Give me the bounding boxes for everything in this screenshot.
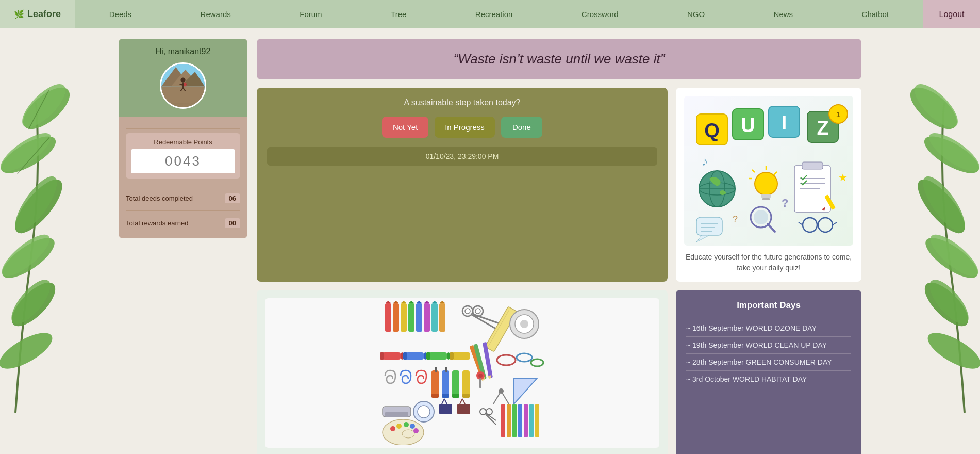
done-button[interactable]: Done <box>501 117 542 138</box>
nav-item-news[interactable]: News <box>770 8 798 21</box>
svg-text:U: U <box>741 115 755 136</box>
svg-text:1: 1 <box>836 110 840 119</box>
svg-rect-129 <box>435 367 437 372</box>
svg-rect-51 <box>762 198 770 200</box>
quiz-card[interactable]: Q U I Z 1 <box>676 88 861 282</box>
nav-item-crossword[interactable]: Crossword <box>577 8 623 21</box>
svg-line-141 <box>501 391 509 404</box>
stat-rewards-label: Total rewards earned <box>126 219 188 227</box>
logout-button[interactable]: Logout <box>923 0 980 28</box>
svg-rect-110 <box>406 352 424 360</box>
svg-rect-84 <box>401 303 407 332</box>
svg-rect-80 <box>385 303 391 332</box>
svg-rect-152 <box>457 404 470 414</box>
svg-point-76 <box>818 218 833 232</box>
svg-rect-28 <box>161 86 205 103</box>
stat-deeds-label: Total deeds completed <box>126 194 193 202</box>
svg-rect-162 <box>518 404 522 437</box>
quiz-description: Educate yourself for the future generati… <box>684 252 853 273</box>
svg-marker-95 <box>439 301 445 303</box>
svg-rect-127 <box>431 370 439 396</box>
svg-marker-144 <box>514 378 537 404</box>
svg-line-64 <box>768 224 775 232</box>
logo-icon: 🌿 <box>14 9 24 19</box>
nav-item-ngo[interactable]: NGO <box>683 8 709 21</box>
quiz-illustration: Q U I Z 1 <box>684 96 853 246</box>
svg-point-75 <box>803 218 817 232</box>
svg-rect-107 <box>383 352 401 360</box>
nav-item-forum[interactable]: Forum <box>295 8 326 21</box>
svg-line-53 <box>774 172 777 175</box>
svg-point-156 <box>486 409 492 415</box>
svg-marker-85 <box>401 301 407 303</box>
important-day-3: ~ 3rd October WORLD HABITAT DAY <box>686 371 851 387</box>
header: 🌿 Leafore Deeds Rewards Forum Tree Recre… <box>0 0 980 28</box>
logo[interactable]: 🌿 Leafore <box>0 0 75 28</box>
svg-rect-88 <box>416 303 422 332</box>
stat-deeds-value: 06 <box>225 193 240 203</box>
svg-rect-134 <box>452 394 459 398</box>
profile-card: Hi, manikant92 <box>119 39 247 238</box>
svg-rect-146 <box>385 412 408 417</box>
svg-point-171 <box>410 424 415 429</box>
main-content: Hi, manikant92 <box>0 28 980 454</box>
svg-line-142 <box>493 391 501 404</box>
svg-rect-163 <box>524 404 528 437</box>
svg-point-172 <box>413 428 419 433</box>
logo-text: Leafore <box>27 9 61 20</box>
navigation: Deeds Rewards Forum Tree Recreation Cros… <box>75 0 923 28</box>
svg-marker-71 <box>696 235 709 242</box>
profile-username[interactable]: Hi, manikant92 <box>127 47 239 56</box>
svg-rect-34 <box>184 83 187 86</box>
svg-point-138 <box>478 374 483 378</box>
svg-rect-161 <box>512 404 517 437</box>
svg-point-49 <box>755 172 777 195</box>
svg-line-153 <box>460 399 462 404</box>
svg-rect-90 <box>424 303 430 332</box>
svg-marker-93 <box>431 301 438 303</box>
svg-point-99 <box>475 309 480 314</box>
svg-marker-89 <box>416 301 422 303</box>
svg-point-126 <box>531 359 543 366</box>
nav-item-recreation[interactable]: Recreation <box>471 8 517 21</box>
important-days-card: Important Days ~ 16th September WORLD OZ… <box>676 290 861 454</box>
svg-rect-128 <box>431 394 439 398</box>
svg-text:★: ★ <box>838 172 848 183</box>
svg-rect-165 <box>535 404 539 437</box>
stat-row-rewards: Total rewards earned 00 <box>126 215 240 231</box>
svg-line-154 <box>462 399 465 404</box>
svg-point-124 <box>497 355 516 365</box>
svg-rect-133 <box>452 370 459 396</box>
svg-rect-94 <box>439 303 445 332</box>
svg-rect-131 <box>442 394 449 398</box>
nav-item-chatbot[interactable]: Chatbot <box>858 8 893 21</box>
svg-marker-87 <box>408 301 414 303</box>
nav-item-rewards[interactable]: Rewards <box>196 8 235 21</box>
important-days-title: Important Days <box>686 300 851 311</box>
step-buttons: Not Yet In Progress Done <box>267 117 657 138</box>
svg-rect-113 <box>429 352 447 360</box>
svg-text:Z: Z <box>817 117 828 139</box>
svg-text:?: ? <box>733 214 738 224</box>
svg-rect-86 <box>408 303 414 332</box>
profile-panel: Hi, manikant92 <box>119 39 247 454</box>
forum-card[interactable]: Discuss your ideas with your friends, sh… <box>257 290 668 454</box>
svg-line-151 <box>444 399 447 404</box>
not-yet-button[interactable]: Not Yet <box>382 117 428 138</box>
step-question: A sustainable step taken today? <box>267 98 657 107</box>
svg-point-125 <box>517 353 532 362</box>
svg-marker-81 <box>385 301 391 303</box>
svg-text:Q: Q <box>704 120 720 141</box>
divider-2 <box>126 186 240 186</box>
svg-rect-149 <box>439 404 452 414</box>
svg-rect-116 <box>452 352 470 360</box>
points-value: 0043 <box>131 149 235 173</box>
in-progress-button[interactable]: In Progress <box>435 117 495 138</box>
nav-item-tree[interactable]: Tree <box>387 8 410 21</box>
svg-rect-159 <box>501 404 505 437</box>
svg-point-169 <box>396 424 402 429</box>
quote-text: “Waste isn’t waste until we waste it” <box>454 51 665 67</box>
svg-marker-91 <box>424 301 430 303</box>
nav-item-deeds[interactable]: Deeds <box>105 8 136 21</box>
svg-line-55 <box>752 170 755 172</box>
